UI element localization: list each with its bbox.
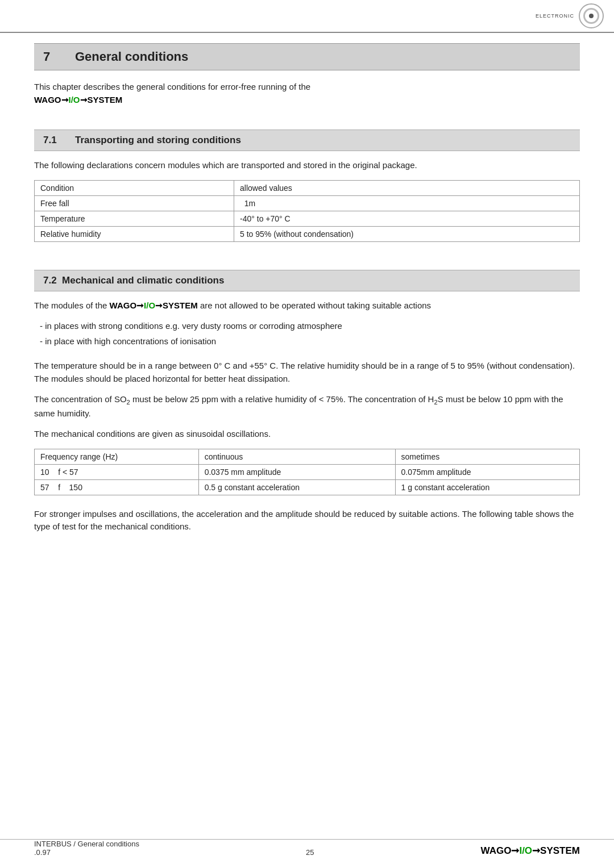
footer-page-number: 25 — [306, 848, 314, 857]
subscript-2: 2 — [127, 399, 130, 406]
section-7-2-heading: 7.2 Mechanical and climatic conditions — [34, 270, 580, 291]
table-row: 57 f 150 0.5 g constant acceleration 1 g… — [35, 479, 580, 495]
logo-inner — [583, 8, 599, 24]
table-some-cell: 0.075mm amplitude — [395, 464, 579, 479]
section-7-2-para5: The mechanical conditions are given as s… — [34, 428, 580, 441]
top-bar-label: ELECTRONIC — [536, 13, 574, 19]
table-freq-cell: 10 f < 57 — [35, 464, 199, 479]
chapter-heading: 7 General conditions — [34, 43, 580, 70]
table-freq-cell: 57 f 150 — [35, 479, 199, 495]
chapter-number: 7 — [43, 49, 59, 64]
footer-date: .0.97 — [34, 848, 139, 857]
table-mechanical-conditions: Frequency range (Hz) continuous sometime… — [34, 449, 580, 495]
section-7-2-para1: The modules of the WAGO➞I/O➞SYSTEM are n… — [34, 299, 580, 312]
wago-brand-intro: WAGO➞I/O➞SYSTEM — [34, 95, 122, 105]
footer-left: INTERBUS / General conditions .0.97 — [34, 840, 139, 857]
section-7-1-heading: 7.1 Transporting and storing conditions — [34, 130, 580, 151]
section-7-2-para2: The temperature should be in a range bet… — [34, 360, 580, 385]
table-col-condition: Condition — [35, 180, 234, 195]
table-freq-header: Frequency range (Hz) — [35, 449, 199, 464]
section-7-2-para4: The concentration of SO2 must be below 2… — [34, 393, 580, 420]
table-row: Temperature -40° to +70° C — [35, 211, 580, 226]
table-cont-cell: 0.5 g constant acceleration — [198, 479, 395, 495]
top-bar: ELECTRONIC — [0, 0, 614, 33]
footer-section-label: INTERBUS / General conditions — [34, 840, 139, 848]
table-cont-cell: 0.0375 mm amplitude — [198, 464, 395, 479]
bullet-1: - in places with strong conditions e.g. … — [40, 320, 580, 333]
table-continuous-header: continuous — [198, 449, 395, 464]
table-col-allowed: allowed values — [234, 180, 580, 195]
table-row: Free fall 1m — [35, 195, 580, 211]
table-some-cell: 1 g constant acceleration — [395, 479, 579, 495]
footer: INTERBUS / General conditions .0.97 25 W… — [0, 839, 614, 857]
bullet-2: - in place with high concentrations of i… — [40, 335, 580, 348]
main-content: 7 General conditions This chapter descri… — [0, 33, 614, 564]
table-cell-value: 5 to 95% (without condensation) — [234, 226, 580, 241]
section-7-1-intro: The following declarations concern modul… — [34, 159, 580, 172]
chapter-title: General conditions — [75, 49, 188, 64]
table-transport-conditions: Condition allowed values Free fall 1m Te… — [34, 180, 580, 242]
table-cell-label: Temperature — [35, 211, 234, 226]
footer-right-logo: WAGO➞I/O➞SYSTEM — [481, 845, 580, 857]
wago-brand-7-2: WAGO➞I/O➞SYSTEM — [110, 301, 198, 310]
table-cell-value: 1m — [234, 195, 580, 211]
logo-dot — [589, 14, 594, 18]
intro-paragraph: This chapter describes the general condi… — [34, 81, 580, 106]
table-row: 10 f < 57 0.0375 mm amplitude 0.075mm am… — [35, 464, 580, 479]
page-wrapper: ELECTRONIC 7 General conditions This cha… — [0, 0, 614, 868]
section-7-2-para6: For stronger impulses and oscillations, … — [34, 508, 580, 533]
table-header-row: Condition allowed values — [35, 180, 580, 195]
table-row: Relative humidity 5 to 95% (without cond… — [35, 226, 580, 241]
logo-circle — [579, 3, 604, 28]
table-cell-label: Relative humidity — [35, 226, 234, 241]
table-cell-value: -40° to +70° C — [234, 211, 580, 226]
section-7-1-title: Transporting and storing conditions — [75, 135, 241, 146]
footer-wago-brand: WAGO➞I/O➞SYSTEM — [481, 845, 580, 857]
table-cell-label: Free fall — [35, 195, 234, 211]
table-header-row-2: Frequency range (Hz) continuous sometime… — [35, 449, 580, 464]
table-sometimes-header: sometimes — [395, 449, 579, 464]
section-7-1-number: 7.1 — [43, 135, 65, 146]
